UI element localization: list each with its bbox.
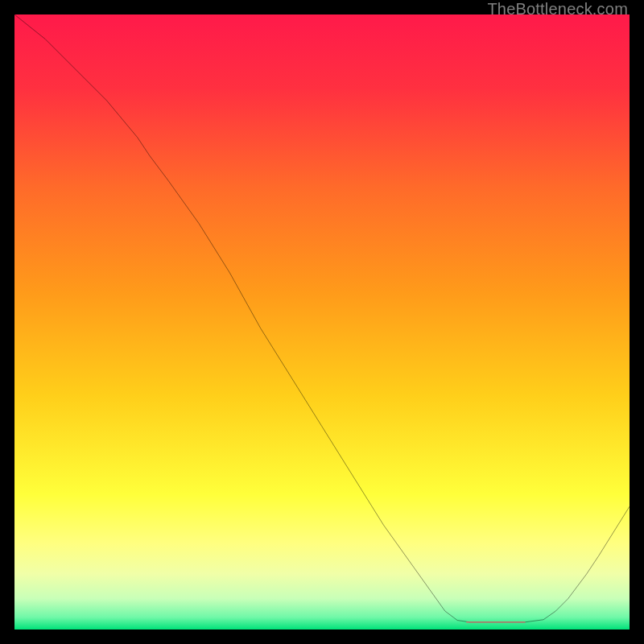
heat-gradient-background [14,14,630,630]
plot-area [14,14,630,630]
chart-stage: TheBottleneck.com [0,0,644,644]
watermark-text: TheBottleneck.com [487,0,628,19]
svg-rect-0 [14,14,630,630]
